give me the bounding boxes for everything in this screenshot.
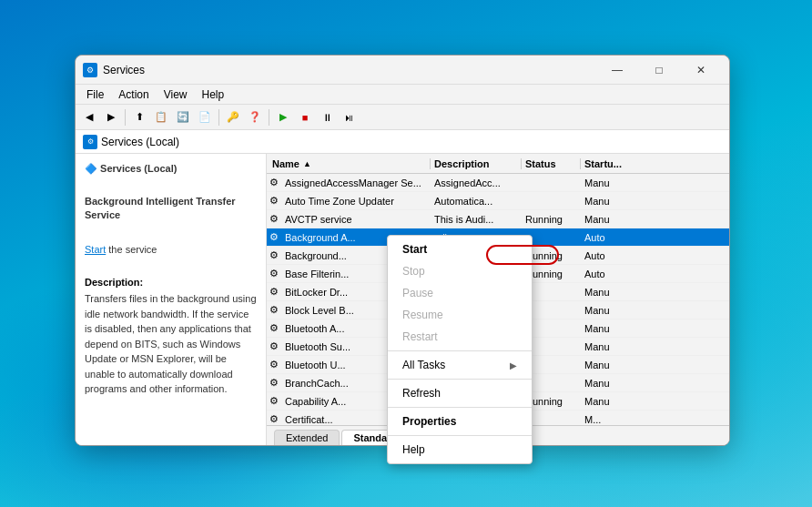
- ctx-restart[interactable]: Restart: [388, 326, 532, 348]
- tb-sep2: [218, 109, 219, 126]
- ctx-pause[interactable]: Pause: [388, 282, 532, 304]
- window-title: Services: [103, 64, 596, 76]
- ctx-sep3: [388, 407, 532, 408]
- description-label: Description:: [85, 277, 257, 288]
- menu-file[interactable]: File: [79, 86, 111, 103]
- tb-sep3: [269, 109, 269, 126]
- table-row[interactable]: ⚙ AVCTP service This is Audi... Running …: [267, 210, 729, 228]
- col-header-status[interactable]: Status: [522, 158, 581, 169]
- ctx-refresh[interactable]: Refresh: [388, 382, 532, 404]
- table-row[interactable]: ⚙ Auto Time Zone Updater Automatica... M…: [267, 192, 729, 210]
- ctx-start[interactable]: Start: [388, 238, 532, 260]
- tb-sep1: [125, 109, 126, 126]
- ctx-sep4: [388, 435, 532, 436]
- ctx-arrow-icon: ▶: [510, 360, 517, 370]
- ctx-sep1: [388, 350, 532, 351]
- description-text: Transfers files in the background using …: [85, 291, 257, 397]
- cell-name: ⚙ AVCTP service: [267, 213, 431, 226]
- tb-help[interactable]: ❓: [245, 107, 265, 127]
- sidebar-service-name: Background Intelligent Transfer Service: [85, 195, 257, 223]
- title-bar-controls: — □ ✕: [596, 56, 722, 85]
- menu-action[interactable]: Action: [111, 86, 156, 103]
- tb-refresh[interactable]: 🔄: [173, 107, 193, 127]
- menu-bar: File Action View Help: [76, 85, 729, 105]
- minimize-button[interactable]: —: [596, 56, 638, 85]
- tb-back[interactable]: ◀: [79, 107, 99, 127]
- tb-stop[interactable]: ■: [295, 107, 315, 127]
- tb-show-hide[interactable]: 📋: [151, 107, 171, 127]
- breadcrumb-bar: ⚙ Services (Local): [76, 130, 729, 154]
- ctx-help[interactable]: Help: [388, 439, 532, 461]
- title-bar: ⚙ Services — □ ✕: [76, 56, 729, 85]
- tab-extended[interactable]: Extended: [274, 430, 340, 445]
- ctx-properties[interactable]: Properties: [388, 411, 532, 432]
- tb-start[interactable]: ▶: [273, 107, 293, 127]
- ctx-all-tasks[interactable]: All Tasks ▶: [388, 354, 532, 376]
- cell-name: ⚙ AssignedAccessManager Se...: [267, 177, 431, 189]
- ctx-resume[interactable]: Resume: [388, 304, 532, 326]
- ctx-sep2: [388, 379, 532, 380]
- toolbar: ◀ ▶ ⬆ 📋 🔄 📄 🔑 ❓ ▶ ■ ⏸ ⏯: [76, 105, 729, 130]
- tb-forward[interactable]: ▶: [101, 107, 121, 127]
- ctx-stop[interactable]: Stop: [388, 260, 532, 282]
- sidebar-nav-item[interactable]: 🔷 Services (Local): [85, 163, 257, 175]
- col-header-startup[interactable]: Startu...: [581, 158, 626, 169]
- menu-help[interactable]: Help: [195, 86, 232, 103]
- breadcrumb-icon: ⚙: [83, 135, 97, 149]
- start-service-link[interactable]: Start: [85, 244, 106, 255]
- tb-resume[interactable]: ⏯: [339, 107, 359, 127]
- tb-pause[interactable]: ⏸: [317, 107, 337, 127]
- window-icon: ⚙: [83, 63, 97, 77]
- menu-view[interactable]: View: [157, 86, 195, 103]
- cell-name: ⚙ Auto Time Zone Updater: [267, 195, 431, 208]
- tb-up[interactable]: ⬆: [129, 107, 149, 127]
- sidebar-start-link-area: Start the service: [85, 243, 257, 257]
- tb-export[interactable]: 📄: [195, 107, 215, 127]
- sidebar: 🔷 Services (Local) Background Intelligen…: [76, 154, 267, 445]
- breadcrumb: Services (Local): [101, 136, 179, 148]
- maximize-button[interactable]: □: [638, 56, 680, 85]
- table-header: Name ▲ Description Status Startu...: [267, 154, 729, 174]
- tb-properties[interactable]: 🔑: [223, 107, 243, 127]
- col-header-desc[interactable]: Description: [431, 158, 522, 169]
- close-button[interactable]: ✕: [680, 56, 722, 85]
- col-header-name[interactable]: Name ▲: [267, 158, 431, 169]
- context-menu: Start Stop Pause Resume Restart All Task…: [387, 235, 533, 464]
- table-row[interactable]: ⚙ AssignedAccessManager Se... AssignedAc…: [267, 174, 729, 192]
